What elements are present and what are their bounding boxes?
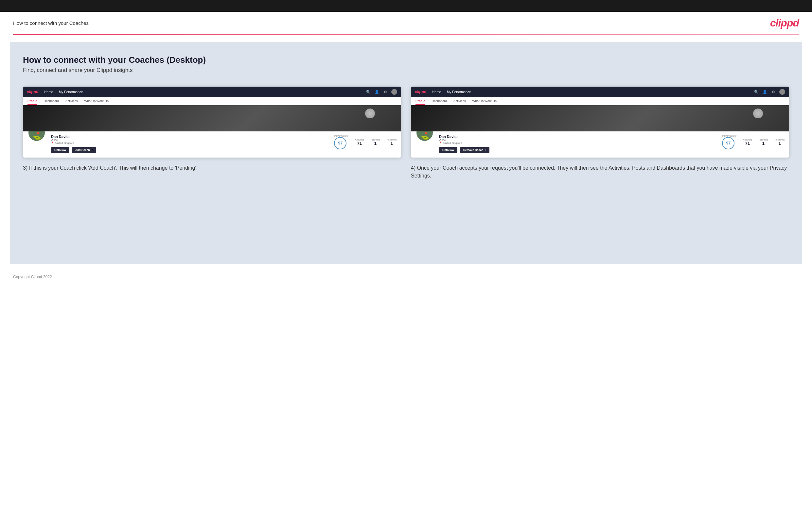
logo: clippd (770, 17, 799, 29)
right-mock-browser: clippd Home My Performance 🔍 👤 ⚙ Profile… (411, 87, 789, 158)
header: How to connect with your Coaches clippd (0, 12, 812, 34)
right-nav-home[interactable]: Home (432, 90, 441, 94)
right-search-icon[interactable]: 🔍 (754, 89, 759, 95)
left-tab-dashboard[interactable]: Dashboard (44, 99, 59, 105)
footer: Copyright Clippd 2022 (0, 271, 812, 283)
right-stat-following: Following 1 (775, 138, 784, 146)
left-search-icon[interactable]: 🔍 (366, 89, 371, 95)
left-stat-following: Following 1 (387, 138, 397, 146)
top-bar (0, 0, 812, 12)
right-hero-image (411, 105, 789, 131)
left-nav-icons: 🔍 👤 ⚙ (366, 89, 397, 95)
left-profile-section: Dan Davies ✔ Pro 📍 United Kingdom Unfoll… (23, 131, 401, 158)
left-hero-banner (23, 105, 401, 131)
left-profile-info: Dan Davies ✔ Pro 📍 United Kingdom Unfoll… (51, 131, 329, 153)
right-hero-banner (411, 105, 789, 131)
right-stat-quality: Player Quality 97 (722, 135, 737, 150)
left-mock-navbar: clippd Home My Performance 🔍 👤 ⚙ (23, 87, 401, 97)
right-quality-value: 97 (722, 137, 734, 150)
right-remove-coach-label: Remove Coach (463, 149, 483, 152)
right-settings-icon[interactable]: ⚙ (771, 89, 776, 95)
right-verified-icon: ✔ (439, 138, 441, 142)
left-add-coach-icon: + (91, 149, 93, 152)
left-tab-activities[interactable]: Activities (65, 99, 78, 105)
left-profile-name: Dan Davies (51, 135, 329, 138)
section-title: How to connect with your Coaches (Deskto… (23, 55, 789, 65)
right-stats: Player Quality 97 Activities 71 Follower… (722, 131, 784, 150)
section-subtitle: Find, connect and share your Clippd insi… (23, 67, 789, 73)
left-nav-my-performance[interactable]: My Performance (59, 90, 83, 94)
right-profile-name: Dan Davies (439, 135, 717, 138)
left-verified-icon: ✔ (51, 138, 53, 142)
left-stat-followers: Followers 1 (370, 138, 380, 146)
header-divider (13, 34, 799, 35)
left-hero-image (23, 105, 401, 131)
right-caption: 4) Once your Coach accepts your request … (411, 164, 789, 180)
left-stats: Player Quality 97 Activities 71 Follower… (334, 131, 397, 150)
two-column-layout: clippd Home My Performance 🔍 👤 ⚙ Profile… (23, 87, 789, 180)
right-stat-followers: Followers 1 (758, 138, 768, 146)
left-quality-value: 97 (334, 137, 347, 150)
left-unfollow-button[interactable]: Unfollow (51, 147, 69, 153)
left-nav-home[interactable]: Home (44, 90, 53, 94)
left-caption: 3) If this is your Coach click 'Add Coac… (23, 164, 401, 172)
right-remove-coach-button[interactable]: Remove Coach × (460, 147, 490, 153)
right-profile-info: Dan Davies ✔ Pro 📍 United Kingdom Unfoll… (439, 131, 717, 153)
right-profile-role: ✔ Pro (439, 138, 717, 142)
right-column: clippd Home My Performance 🔍 👤 ⚙ Profile… (411, 87, 789, 180)
right-nav-my-performance[interactable]: My Performance (447, 90, 471, 94)
left-column: clippd Home My Performance 🔍 👤 ⚙ Profile… (23, 87, 401, 180)
right-location-icon: 📍 (439, 142, 442, 145)
left-mock-browser: clippd Home My Performance 🔍 👤 ⚙ Profile… (23, 87, 401, 158)
right-nav-icons: 🔍 👤 ⚙ (754, 89, 785, 95)
left-location-icon: 📍 (51, 142, 54, 145)
left-avatar-icon[interactable] (391, 89, 397, 95)
left-mock-logo: clippd (27, 90, 38, 94)
left-add-coach-label: Add Coach (75, 149, 90, 152)
page-title: How to connect with your Coaches (13, 20, 89, 26)
left-add-coach-button[interactable]: Add Coach + (72, 147, 96, 153)
right-profile-buttons: Unfollow Remove Coach × (439, 147, 717, 153)
right-remove-coach-icon: × (485, 149, 486, 152)
copyright: Copyright Clippd 2022 (13, 275, 52, 279)
right-avatar-icon[interactable] (779, 89, 785, 95)
right-tab-profile[interactable]: Profile (415, 99, 425, 105)
left-tabbar: Profile Dashboard Activities What To Wor… (23, 97, 401, 105)
right-user-icon[interactable]: 👤 (762, 89, 767, 95)
left-user-icon[interactable]: 👤 (374, 89, 379, 95)
left-profile-location: 📍 United Kingdom (51, 142, 329, 145)
right-tab-what-to-work-on[interactable]: What To Work On (472, 99, 497, 105)
right-mock-logo: clippd (415, 90, 426, 94)
left-profile-role: ✔ Pro (51, 138, 329, 142)
left-settings-icon[interactable]: ⚙ (383, 89, 388, 95)
left-stat-activities: Activities 71 (355, 138, 364, 146)
left-tab-profile[interactable]: Profile (28, 99, 37, 105)
right-tabbar: Profile Dashboard Activities What To Wor… (411, 97, 789, 105)
left-tab-what-to-work-on[interactable]: What To Work On (85, 99, 109, 105)
left-profile-buttons: Unfollow Add Coach + (51, 147, 329, 153)
right-unfollow-button[interactable]: Unfollow (439, 147, 457, 153)
right-stat-activities: Activities 71 (743, 138, 752, 146)
right-mock-navbar: clippd Home My Performance 🔍 👤 ⚙ (411, 87, 789, 97)
right-profile-section: Dan Davies ✔ Pro 📍 United Kingdom Unfoll… (411, 131, 789, 158)
main-content: How to connect with your Coaches (Deskto… (10, 42, 802, 264)
left-stat-quality: Player Quality 97 (334, 135, 348, 150)
right-tab-activities[interactable]: Activities (453, 99, 465, 105)
right-tab-dashboard[interactable]: Dashboard (432, 99, 447, 105)
right-profile-location: 📍 United Kingdom (439, 142, 717, 145)
